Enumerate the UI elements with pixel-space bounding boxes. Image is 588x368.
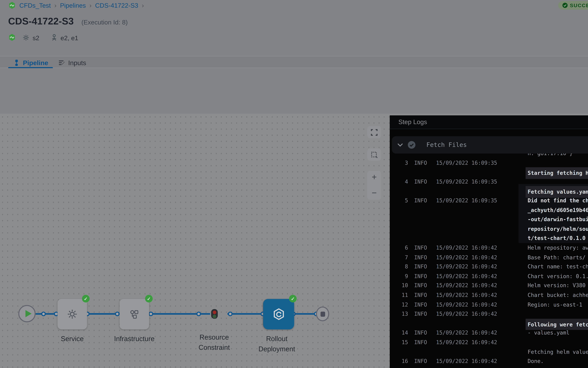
log-row: 11INFO15/09/2022 16:09:42Chart bucket: a… [390,290,588,300]
status-check-icon [562,3,568,8]
log-message: Region: us-east-1 [528,300,582,309]
log-row: Fetching helm values completed successfu… [390,347,588,356]
log-row: 13INFO15/09/2022 16:09:42 [390,309,588,319]
step-success-icon [408,141,416,149]
log-row: repository/helm/source/93602db7-89f2-317… [390,224,588,233]
infrastructure-icon [129,309,140,320]
log-message: Helm repository: aws-qa-setup-modified [528,243,588,252]
pipeline-tab-icon [13,60,20,66]
service-tag: s2 [33,35,39,42]
canvas-select-button[interactable] [367,148,381,161]
step-group-bar[interactable]: Fetch Files ↑ ↓ 9s [392,136,588,154]
service-tag-icon [22,34,29,41]
log-row: 6INFO15/09/2022 16:09:42Helm repository:… [390,243,588,252]
gear-icon [67,309,78,320]
log-message: Chart name: test-chart [528,262,588,271]
canvas-zoom-group: + − [367,171,381,200]
success-check-badge: ✓ [289,295,297,303]
log-row: -out/darwin-fastbuild/bin/260-delegate/e… [390,215,588,224]
chevron-down-icon[interactable] [397,143,403,147]
log-row: 14INFO15/09/2022 16:09:42- values.yaml [390,328,588,337]
log-row: 7INFO15/09/2022 16:09:42Base Path: chart… [390,252,588,262]
node-service[interactable] [57,299,87,330]
breadcrumb: CFDs_Test›Pipelines›CDS-41722-S3› [19,2,144,9]
log-row: 16INFO15/09/2022 16:09:42Done. [390,357,588,366]
node-resource-constraint[interactable] [211,309,218,319]
node-rollout-deployment[interactable] [263,299,294,330]
connector-line [87,313,120,314]
environment-tag-icon [50,34,58,41]
node-label-rollout-deployment: Rollout Deployment [251,334,302,354]
zoom-out-button[interactable]: − [372,190,377,197]
breadcrumb-link[interactable]: CFDs_Test [19,2,51,9]
connector-dot [228,311,232,316]
success-check-badge: ✓ [145,295,153,303]
tab-bar: Pipeline Inputs Console View [0,56,588,68]
step-logs-title: Step Logs [398,119,427,126]
log-message: _achyuth/d605e19b46448ceaacb01fb4c19633a… [528,205,588,215]
node-label-service: Service [50,334,94,344]
tab-inputs[interactable]: Inputs [58,59,86,67]
connector-dot [41,311,46,316]
status-text: SUCCESS [570,3,588,8]
breadcrumb-link[interactable]: CDS-41722-S3 [95,2,138,9]
harness-logo-icon [8,1,16,9]
log-message: - values.yaml [528,328,569,337]
log-message: Chart bucket: achhelmbucket [528,290,588,300]
log-message: Fetching helm values completed successfu… [528,347,588,356]
log-row: _achyuth/d605e19b46448ceaacb01fb4c19633a… [390,205,588,215]
breadcrumb-link[interactable]: Pipelines [60,2,86,9]
node-infrastructure[interactable] [120,299,149,330]
stop-icon [321,312,325,317]
page: CFDs_Test›Pipelines›CDS-41722-S3› SUCCES… [0,0,588,368]
breadcrumb-separator: › [89,2,92,9]
end-node [316,307,329,321]
log-row: t/test-chart/0.1.0 [390,234,588,243]
rollout-helm-icon [272,308,285,321]
log-row: 8INFO15/09/2022 16:09:42Chart name: test… [390,262,588,271]
connector-dot [196,311,201,316]
canvas-fullscreen-button[interactable] [367,126,381,138]
tab-pipeline[interactable]: Pipeline [13,59,48,67]
log-message: -out/darwin-fastbuild/bin/260-delegate/e… [528,215,588,224]
connector-dot [115,311,120,316]
connector-line [151,313,210,314]
log-row: 12INFO15/09/2022 16:09:42Region: us-east… [390,300,588,309]
success-check-badge: ✓ [82,295,90,303]
tab-pipeline-label: Pipeline [23,59,48,67]
log-row: 3INFO15/09/2022 16:09:35 [390,158,588,167]
log-message: Chart version: 0.1.0 [528,271,588,281]
connector-dot [149,311,153,316]
log-row: 9INFO15/09/2022 16:09:42Chart version: 0… [390,271,588,281]
harness-logo-icon-small [8,34,16,41]
breadcrumb-separator: › [54,2,57,9]
breadcrumb-separator: › [142,2,144,9]
traffic-light-green [213,314,216,318]
zoom-in-button[interactable]: + [372,174,377,181]
environment-tag: e2, e1 [61,35,78,42]
log-row: 4INFO15/09/2022 16:09:35 [390,177,588,186]
node-label-resource-constraint: Resource Constraint [189,332,240,352]
step-logs-header: Step Logs Console View [390,115,588,129]
log-message: Did not find the chart and version in lo… [528,196,588,205]
log-message: Helm version: V380 [528,281,586,290]
log-message: repository/helm/source/93602db7-89f2-317… [528,224,588,233]
log-row: 10INFO15/09/2022 16:09:42Helm version: V… [390,281,588,290]
traffic-light-red [213,310,216,314]
status-badge: SUCCESS [558,1,588,10]
log-message: t/test-chart/0.1.0 [528,234,586,243]
execution-id: (Execution Id: 8) [81,19,128,27]
start-node [18,305,36,322]
connector-line [228,313,263,314]
page-header: CFDs_Test›Pipelines›CDS-41722-S3› SUCCES… [0,0,588,56]
step-name: Fetch Files [427,141,467,149]
log-row: 5INFO15/09/2022 16:09:35Did not find the… [390,196,588,205]
log-row: 15INFO15/09/2022 16:09:42 [390,338,588,347]
node-label-infrastructure: Infrastructure [109,334,160,344]
log-message: Done. [528,357,544,366]
inputs-tab-icon [58,60,65,66]
stage-summary-bar: DeployLocal Started at: 15/09/2022, 16:0… [0,68,588,113]
log-message: Base Path: charts/ [528,252,586,262]
log-row: Following were fetched successfully : [390,319,588,328]
page-title: CDS-41722-S3 [8,16,74,27]
